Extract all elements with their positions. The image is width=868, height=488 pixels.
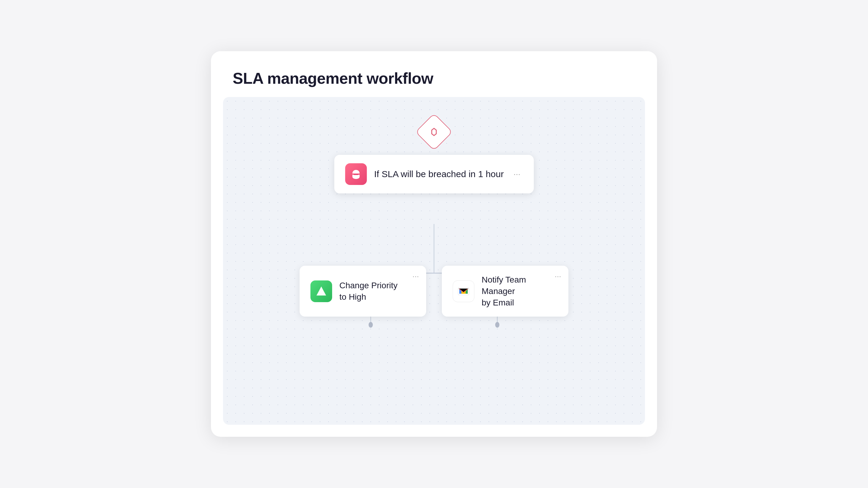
action-row: Change Priority to High ··· [300, 266, 568, 317]
action-node-notify-email[interactable]: Notify Team Manager by Email ··· [442, 266, 568, 317]
trigger-node-menu[interactable]: ··· [511, 167, 523, 181]
action-node-change-priority-text: Change Priority to High [339, 280, 398, 303]
workflow-canvas: If SLA will be breached in 1 hour ··· Ch… [223, 97, 645, 425]
svg-point-5 [369, 322, 373, 328]
trigger-node-label: If SLA will be breached in 1 hour [374, 169, 504, 179]
action-notify-label-line1: Notify Team Manager [482, 274, 558, 297]
card-header: SLA management workflow [211, 51, 657, 97]
action-node-notify-email-text: Notify Team Manager by Email [482, 274, 558, 308]
gmail-icon [453, 281, 474, 302]
action-notify-label-line2: by Email [482, 297, 558, 308]
trigger-node[interactable]: If SLA will be breached in 1 hour ··· [334, 155, 534, 193]
trigger-diamond[interactable] [415, 113, 453, 151]
zendesk-icon [345, 163, 367, 185]
svg-point-6 [495, 322, 499, 328]
action-node-change-priority[interactable]: Change Priority to High ··· [300, 266, 426, 317]
svg-rect-7 [353, 174, 358, 175]
priority-icon [310, 281, 332, 302]
trigger-diamond-icon [429, 127, 439, 137]
action-node-notify-email-menu[interactable]: ··· [555, 272, 561, 281]
page-title: SLA management workflow [233, 69, 635, 87]
action-label-line1: Change Priority [339, 280, 398, 291]
main-card: SLA management workflow [211, 51, 657, 437]
action-node-change-priority-menu[interactable]: ··· [412, 272, 419, 281]
action-label-line2: to High [339, 291, 398, 303]
